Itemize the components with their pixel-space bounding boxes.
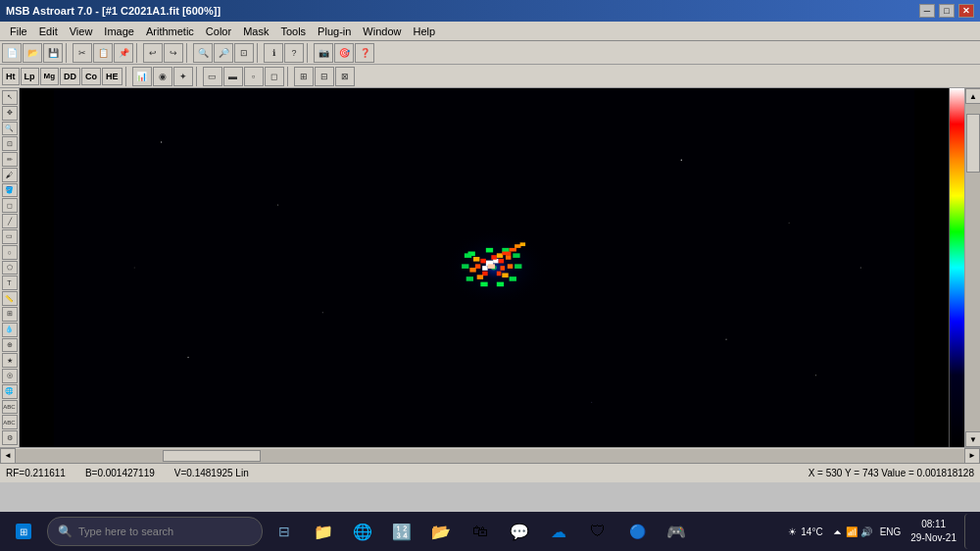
tb-circle[interactable]: ◉	[153, 67, 172, 86]
tb-open[interactable]: 📂	[23, 43, 42, 63]
tb-save[interactable]: 💾	[43, 43, 63, 63]
lt-line[interactable]: ╱	[2, 214, 18, 228]
taskbar-expand-icon[interactable]: ⏶	[833, 526, 843, 537]
tb-grid1[interactable]: ⊞	[294, 67, 314, 86]
lt-measure[interactable]: 📏	[2, 291, 18, 306]
lt-aperture[interactable]: ◎	[2, 369, 18, 383]
tb-grid3[interactable]: ⊠	[335, 67, 355, 86]
maximize-button[interactable]: □	[939, 4, 955, 18]
tb-help[interactable]: ?	[284, 43, 304, 63]
tb-rect3[interactable]: ▫	[244, 67, 264, 86]
show-desktop-button[interactable]	[964, 514, 972, 549]
lt-eraser[interactable]: ◻	[2, 198, 18, 213]
lt-filter[interactable]: ⚙	[2, 430, 18, 445]
close-button[interactable]: ✕	[958, 4, 974, 18]
tb-zoomin[interactable]: 🔍	[193, 43, 213, 63]
tb-rect1[interactable]: ▭	[203, 67, 222, 86]
lt-rect[interactable]: ▭	[2, 229, 18, 244]
tb-rect4[interactable]: ◻	[265, 67, 284, 86]
right-scrollbar[interactable]: ▲ ▼	[964, 88, 980, 447]
tb-redo[interactable]: ↪	[164, 43, 183, 63]
lt-fill[interactable]: 🪣	[2, 183, 18, 198]
bottom-scrollbar[interactable]: ◄ ►	[0, 447, 980, 463]
taskbar-edge[interactable]: 🌐	[345, 514, 380, 549]
taskbar-explorer[interactable]: 📁	[306, 514, 341, 549]
taskbar-teams[interactable]: 💬	[502, 514, 537, 549]
tb-sep-5	[307, 43, 311, 63]
tb-help2[interactable]: ❓	[355, 43, 374, 63]
lt-crop[interactable]: ⊡	[2, 136, 18, 151]
tb-undo[interactable]: ↩	[143, 43, 163, 63]
svg-rect-18	[506, 255, 511, 260]
scroll-up-button[interactable]: ▲	[965, 88, 980, 104]
menu-tools[interactable]: Tools	[274, 24, 312, 39]
lt-move[interactable]: ✥	[2, 106, 18, 121]
tb-lp[interactable]: Lp	[21, 68, 39, 85]
menu-file[interactable]: File	[4, 24, 33, 39]
taskbar-onedrive[interactable]: ☁	[541, 514, 576, 549]
lt-colorpick[interactable]: 💧	[2, 323, 18, 337]
tb-he[interactable]: HE	[102, 68, 122, 85]
taskbar-security[interactable]: 🛡	[580, 514, 615, 549]
hscroll-left-button[interactable]: ◄	[0, 448, 16, 464]
tb-cam2[interactable]: 🎯	[334, 43, 354, 63]
tb-copy[interactable]: 📋	[93, 43, 113, 63]
lt-magnify[interactable]: ⊕	[2, 338, 18, 353]
lt-abc[interactable]: ABC	[2, 400, 18, 415]
lt-brush[interactable]: 🖌	[2, 168, 18, 182]
lt-text[interactable]: T	[2, 276, 18, 290]
tb-grid2[interactable]: ⊟	[315, 67, 334, 86]
lt-grid[interactable]: ⊞	[2, 307, 18, 322]
tb-fit[interactable]: ⊡	[234, 43, 254, 63]
hscroll-thumb[interactable]	[163, 450, 261, 462]
tb-chart[interactable]: 📊	[132, 67, 152, 86]
tb-paste[interactable]: 📌	[114, 43, 133, 63]
lt-pencil[interactable]: ✏	[2, 152, 18, 167]
start-button[interactable]: ⊞	[4, 514, 43, 549]
menu-mask[interactable]: Mask	[237, 24, 274, 39]
hscroll-track[interactable]	[16, 449, 964, 463]
lt-poly[interactable]: ⬠	[2, 261, 18, 276]
scroll-track[interactable]	[965, 104, 980, 431]
lt-abc2[interactable]: ABC	[2, 415, 18, 429]
menu-plugin[interactable]: Plug-in	[312, 24, 357, 39]
scroll-thumb[interactable]	[966, 114, 980, 173]
tb-cut[interactable]: ✂	[73, 43, 92, 63]
tb-cam[interactable]: 📷	[314, 43, 333, 63]
lt-ellipse[interactable]: ○	[2, 245, 18, 260]
menu-window[interactable]: Window	[357, 24, 407, 39]
tb-co[interactable]: Co	[81, 68, 101, 85]
taskbar-calculator[interactable]: 🔢	[384, 514, 419, 549]
lt-wcs[interactable]: 🌐	[2, 384, 18, 399]
tb-new[interactable]: 📄	[2, 43, 22, 63]
menu-arithmetic[interactable]: Arithmetic	[140, 24, 200, 39]
menu-view[interactable]: View	[64, 24, 99, 39]
taskbar-store[interactable]: 🛍	[463, 514, 498, 549]
tb-rect2[interactable]: ▬	[223, 67, 243, 86]
scroll-down-button[interactable]: ▼	[965, 431, 980, 447]
lt-select[interactable]: ↖	[2, 90, 18, 105]
tb-ht[interactable]: Ht	[2, 68, 20, 85]
taskbar-game[interactable]: 🎮	[659, 514, 694, 549]
search-box[interactable]: 🔍 Type here to search	[47, 517, 263, 546]
tb-star[interactable]: ✦	[173, 67, 193, 86]
lt-star[interactable]: ★	[2, 353, 18, 368]
tb-dd[interactable]: DD	[60, 68, 80, 85]
lt-zoom[interactable]: 🔍	[2, 122, 18, 136]
minimize-button[interactable]: ─	[919, 4, 935, 18]
canvas-area[interactable]	[20, 88, 949, 447]
tb-info[interactable]: ℹ	[264, 43, 283, 63]
taskbar-files[interactable]: 📂	[423, 514, 459, 549]
taskbar-chrome[interactable]: 🔵	[619, 514, 655, 549]
tb-zoomout[interactable]: 🔎	[214, 43, 233, 63]
task-view-button[interactable]: ⊟	[267, 514, 302, 549]
menu-image[interactable]: Image	[98, 24, 140, 39]
svg-rect-36	[514, 244, 520, 248]
menu-color[interactable]: Color	[200, 24, 237, 39]
menu-help[interactable]: Help	[407, 24, 441, 39]
clock[interactable]: 08:11 29-Nov-21	[910, 518, 956, 545]
tb-mg[interactable]: Mg	[40, 68, 60, 85]
hscroll-right-button[interactable]: ►	[964, 448, 980, 464]
svg-rect-22	[469, 268, 475, 273]
menu-edit[interactable]: Edit	[33, 24, 64, 39]
